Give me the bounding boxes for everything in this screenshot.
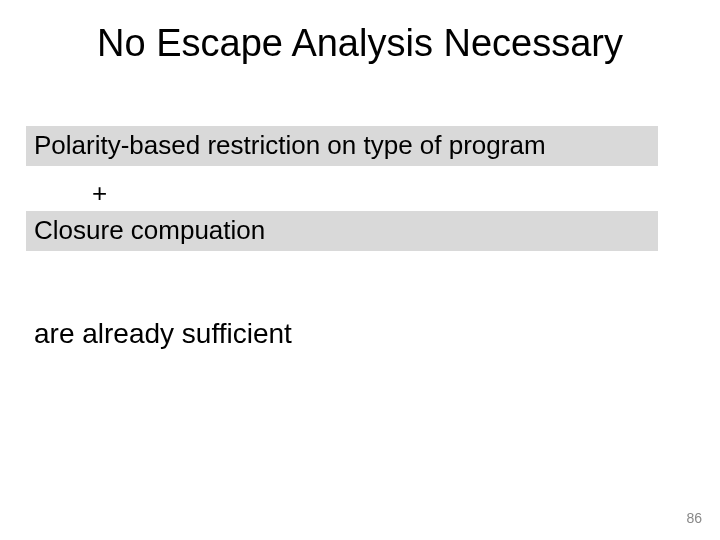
slide: No Escape Analysis Necessary Polarity-ba… — [0, 0, 720, 540]
page-number: 86 — [686, 510, 702, 526]
plus-symbol: + — [92, 178, 107, 209]
slide-title: No Escape Analysis Necessary — [0, 22, 720, 65]
highlight-box-polarity: Polarity-based restriction on type of pr… — [26, 126, 658, 166]
sufficient-text: are already sufficient — [34, 318, 292, 350]
highlight-box-closure: Closure compuation — [26, 211, 658, 251]
